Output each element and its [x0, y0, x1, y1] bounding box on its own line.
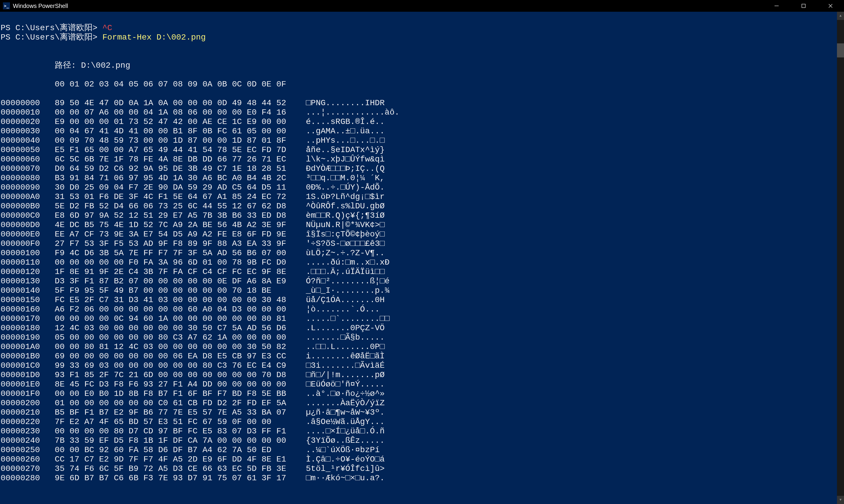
hex-header: 00 01 02 03 04 05 06 07 08 09 0A 0B 0C 0…: [1, 80, 286, 89]
window-buttons: [763, 0, 844, 12]
svg-rect-1: [802, 4, 805, 7]
prompt-2-command: Format-Hex D:\002.png: [102, 33, 206, 42]
scroll-down-arrow[interactable]: ▼: [837, 496, 844, 504]
close-icon: [828, 3, 833, 8]
scroll-up-arrow[interactable]: ▲: [837, 12, 844, 20]
scroll-track[interactable]: [837, 20, 844, 496]
terminal-output: PS C:\Users\离谱欧阳> ^C PS C:\Users\离谱欧阳> F…: [0, 12, 837, 483]
hex-rows: 00000000 89 50 4E 47 0D 0A 1A 0A 00 00 0…: [1, 98, 837, 483]
minimize-icon: [774, 3, 779, 8]
prompt-1-interrupt: ^C: [102, 23, 112, 33]
maximize-button[interactable]: [790, 0, 817, 12]
minimize-button[interactable]: [763, 0, 790, 12]
window-title: Windows PowerShell: [13, 3, 68, 10]
close-button[interactable]: [817, 0, 844, 12]
maximize-icon: [801, 3, 806, 8]
powershell-icon: [3, 2, 10, 10]
titlebar: Windows PowerShell: [0, 0, 844, 12]
terminal-client-area[interactable]: PS C:\Users\离谱欧阳> ^C PS C:\Users\离谱欧阳> F…: [0, 12, 837, 504]
prompt-2-prefix: PS C:\Users\离谱欧阳>: [1, 33, 102, 42]
scroll-thumb[interactable]: [837, 43, 844, 57]
vertical-scrollbar[interactable]: ▲ ▼: [837, 12, 844, 504]
prompt-1-prefix: PS C:\Users\离谱欧阳>: [1, 23, 102, 33]
output-path-line: 路径: D:\002.png: [1, 61, 130, 70]
